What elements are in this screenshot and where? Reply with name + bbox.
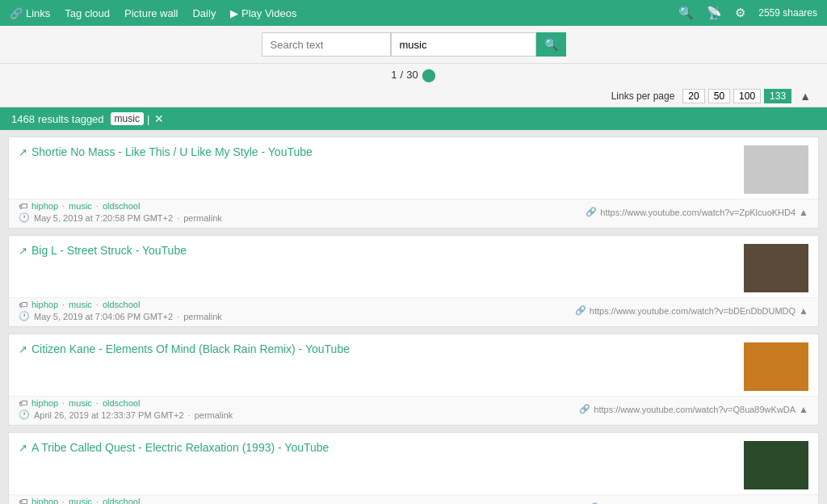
pagination-total: 30 [406,69,418,81]
results-tag: music [111,112,144,125]
date-separator: · [177,213,179,223]
per-page-100[interactable]: 100 [733,89,761,103]
result-tags: 🏷hiphop·music·oldschool [19,398,233,408]
tag-link[interactable]: hiphop [31,300,58,309]
result-url-link[interactable]: https://www.youtube.com/watch?v=Q8ua89wK… [594,405,796,414]
results-count: 1468 [11,113,35,125]
link-icon: 🔗 [10,7,23,19]
external-link-icon: ↗ [19,442,27,454]
date-separator: · [177,312,179,321]
tag-link[interactable]: hiphop [31,497,58,504]
tag-separator: · [62,300,65,309]
permalink-link[interactable]: permalink [195,410,233,420]
result-tags: 🏷hiphop·music·oldschool [19,497,233,504]
results-header: 1468 results tagged music | ✕ [0,107,827,130]
permalink-link[interactable]: permalink [183,213,222,223]
tag-link[interactable]: oldschool [103,497,140,504]
pagination-bar: 1 / 30 ⬤ [0,64,827,86]
shares-count: 2559 shaares [758,7,817,19]
tag-link[interactable]: oldschool [103,201,140,211]
clock-icon: 🕐 [19,212,30,223]
pagination-next-btn[interactable]: ⬤ [422,67,436,82]
result-item: ↗ Big L - Street Struck - YouTube🏷hiphop… [8,235,819,327]
links-per-page-bar: Links per page 20 50 100 133 ▲ [0,86,827,107]
settings-icon-btn[interactable]: ⚙ [735,6,745,20]
result-meta: 🏷hiphop·music·oldschool🕐 April 26, 2019 … [9,494,818,504]
tag-icon: 🏷 [19,300,27,309]
result-item-top: ↗ Shortie No Mass - Like This / U Like M… [9,137,818,199]
per-page-50[interactable]: 50 [708,89,730,103]
result-title-link[interactable]: ↗ Citizen Kane - Elements Of Mind (Black… [19,342,736,355]
collapse-btn[interactable]: ▲ [795,89,816,103]
date-text: April 26, 2019 at 12:33:37 PM GMT+2 [34,410,184,420]
result-date: 🕐 May 5, 2019 at 7:04:06 PM GMT+2 · perm… [19,311,222,321]
tag-link[interactable]: music [69,201,92,211]
tag-link[interactable]: music [69,300,92,309]
tag-link[interactable]: music [69,497,92,504]
search-bar: 🔍 [0,26,827,64]
date-text: May 5, 2019 at 7:04:06 PM GMT+2 [34,312,173,321]
result-url-link[interactable]: https://www.youtube.com/watch?v=ZpKlcuoK… [600,208,796,217]
search-icon-btn[interactable]: 🔍 [678,6,694,20]
tag-search-input[interactable] [391,32,536,57]
rss-icon-btn[interactable]: 📡 [707,6,722,20]
tag-link[interactable]: oldschool [103,398,140,408]
search-button[interactable]: 🔍 [536,32,566,57]
result-meta: 🏷hiphop·music·oldschool🕐 April 26, 2019 … [9,396,818,425]
search-text-input[interactable] [262,32,391,57]
result-thumbnail [744,145,808,194]
result-date: 🕐 May 5, 2019 at 7:20:58 PM GMT+2 · perm… [19,212,222,223]
nav-links[interactable]: 🔗 Links [10,7,50,19]
link-icon: 🔗 [575,305,586,316]
date-separator: · [188,410,191,420]
result-url-link[interactable]: https://www.youtube.com/watch?v=bDEnDbDU… [590,306,796,316]
result-item-top: ↗ Big L - Street Struck - YouTube [9,236,818,297]
tag-separator: · [96,497,99,504]
tag-link[interactable]: hiphop [31,201,58,211]
result-meta-left: 🏷hiphop·music·oldschool🕐 May 5, 2019 at … [19,300,222,321]
clock-icon: 🕐 [19,410,30,420]
per-page-133[interactable]: 133 [764,89,791,103]
per-page-20[interactable]: 20 [682,89,704,103]
nav-tagcloud[interactable]: Tag cloud [65,7,110,19]
result-meta-left: 🏷hiphop·music·oldschool🕐 April 26, 2019 … [19,497,233,504]
tag-separator: · [96,300,99,309]
result-item-top: ↗ Citizen Kane - Elements Of Mind (Black… [9,334,818,396]
result-title-link[interactable]: ↗ Shortie No Mass - Like This / U Like M… [19,145,736,158]
tag-separator: · [62,497,65,504]
nav-playvideos[interactable]: ▶ Play Videos [230,7,296,19]
tag-link[interactable]: hiphop [31,398,58,408]
remove-tag-btn[interactable]: ✕ [154,112,164,125]
nav-tagcloud-label: Tag cloud [65,7,110,19]
result-thumbnail [744,441,808,489]
tag-link[interactable]: oldschool [103,300,140,309]
url-collapse-btn[interactable]: ▲ [799,207,808,218]
tag-separator: · [62,398,65,408]
result-title-link[interactable]: ↗ Big L - Street Struck - YouTube [19,244,736,257]
nav-picturewall[interactable]: Picture wall [124,7,178,19]
nav-playvideos-label: ▶ Play Videos [230,7,296,19]
tag-link[interactable]: music [69,398,92,408]
nav-picturewall-label: Picture wall [124,7,178,19]
result-meta: 🏷hiphop·music·oldschool🕐 May 5, 2019 at … [9,199,818,228]
tag-separator: · [62,201,65,211]
navbar: 🔗 Links Tag cloud Picture wall Daily ▶ P… [0,0,827,26]
url-collapse-btn[interactable]: ▲ [799,305,808,317]
link-icon: 🔗 [586,207,597,217]
result-item: ↗ Citizen Kane - Elements Of Mind (Black… [8,334,819,426]
results-list: ↗ Shortie No Mass - Like This / U Like M… [0,136,827,504]
result-title-link[interactable]: ↗ A Tribe Called Quest - Electric Relaxa… [19,441,736,454]
permalink-link[interactable]: permalink [183,312,222,321]
tag-icon: 🏷 [19,201,27,211]
navbar-right: 🔍 📡 ⚙ 2559 shaares [678,6,817,20]
tag-icon: 🏷 [19,497,27,504]
nav-daily[interactable]: Daily [192,7,216,19]
tag-separator: | [147,113,149,125]
result-url-section: 🔗 https://www.youtube.com/watch?v=bDEnDb… [575,305,808,317]
clock-icon: 🕐 [19,311,30,321]
tag-icon: 🏷 [19,398,27,408]
links-per-page-label: Links per page [611,90,675,102]
result-item: ↗ A Tribe Called Quest - Electric Relaxa… [8,432,819,504]
url-collapse-btn[interactable]: ▲ [799,404,808,415]
result-meta-left: 🏷hiphop·music·oldschool🕐 April 26, 2019 … [19,398,233,420]
